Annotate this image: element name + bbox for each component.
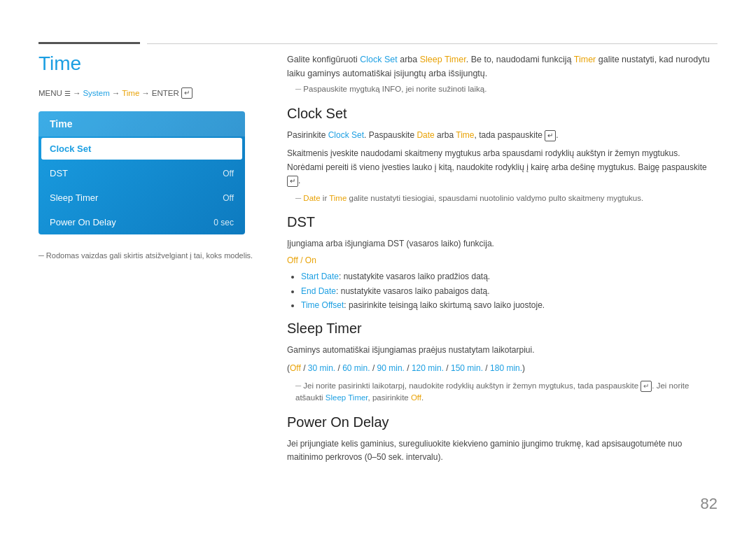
menu-item-power-on-delay-value: 0 sec xyxy=(214,218,234,227)
sleep-timer-title: Sleep Timer xyxy=(287,321,718,337)
top-bar-left xyxy=(38,42,140,44)
page-title: Time xyxy=(38,52,255,75)
menu-item-dst-label: DST xyxy=(50,168,68,178)
menu-item-dst[interactable]: DST Off xyxy=(38,161,245,185)
breadcrumb: MENU ☰ → System → Time → ENTER ↵ xyxy=(38,87,255,99)
breadcrumb-arrow3: → xyxy=(141,89,150,97)
breadcrumb-arrow1: → xyxy=(73,89,81,97)
intro-timer-link: Timer xyxy=(574,55,596,64)
sleep-timer-options: (Off / 30 min. / 60 min. / 90 min. / 120… xyxy=(287,362,718,376)
page-number: 82 xyxy=(701,495,718,513)
sleep-option-120: 120 min. xyxy=(412,363,444,373)
intro-clock-set-link: Clock Set xyxy=(360,55,398,64)
dst-toggle: Off / On xyxy=(287,255,718,265)
clock-set-body2: Skaitmenis įveskite naudodami skaitmeny … xyxy=(287,147,718,188)
sleep-option-150: 150 min. xyxy=(451,363,483,373)
menu-item-sleep-timer-value: Off xyxy=(223,193,234,203)
cs-enter-icon: ↵ xyxy=(545,130,556,141)
intro-text: Galite konfigūruoti Clock Set arba Sleep… xyxy=(287,52,718,80)
breadcrumb-enter: ENTER xyxy=(152,89,179,97)
menu-box: Time Clock Set DST Off Sleep Timer Off P… xyxy=(38,111,245,234)
menu-item-sleep-timer[interactable]: Sleep Timer Off xyxy=(38,185,245,210)
cs-date-link: Date xyxy=(303,194,320,202)
menu-item-clock-set[interactable]: Clock Set xyxy=(41,138,242,160)
sleep-enter-icon: ↵ xyxy=(640,381,652,392)
breadcrumb-menu-icon: ☰ xyxy=(64,90,71,97)
breadcrumb-time: Time xyxy=(122,89,139,97)
dst-bullet-1: Start Date: nustatykite vasaros laiko pr… xyxy=(301,269,718,283)
breadcrumb-arrow2: → xyxy=(112,89,120,97)
cs-enter-icon2: ↵ xyxy=(287,176,298,187)
menu-item-sleep-timer-label: Sleep Timer xyxy=(50,192,98,203)
top-bar-right xyxy=(147,43,718,44)
breadcrumb-enter-icon: ↵ xyxy=(181,87,192,99)
cs-link3: Time xyxy=(456,130,474,140)
menu-header: Time xyxy=(38,111,245,136)
dst-bullet-list: Start Date: nustatykite vasaros laiko pr… xyxy=(301,269,718,312)
dst-start-date: Start Date xyxy=(301,272,339,281)
left-footnote: ─ Rodomas vaizdas gali skirtis atsižvelg… xyxy=(38,250,255,262)
sleep-timer-link: Sleep Timer xyxy=(326,393,368,402)
sleep-timer-body1: Gaminys automatiškai išjungiamas praėjus… xyxy=(287,344,718,358)
sleep-option-180: 180 min. xyxy=(490,363,522,373)
dst-title: DST xyxy=(287,214,718,230)
menu-item-clock-set-label: Clock Set xyxy=(50,143,91,154)
power-on-delay-body1: Jei prijungiate kelis gaminius, sureguli… xyxy=(287,437,718,465)
cs-link2: Date xyxy=(416,130,434,140)
sleep-timer-note: Jei norite pasirinkti laikotarpį, naudok… xyxy=(287,380,718,405)
dst-bullet-3: Time Offset: pasirinkite teisingą laiko … xyxy=(301,298,718,312)
section-dst: DST Įjungiama arba išjungiama DST (vasar… xyxy=(287,214,718,312)
breadcrumb-system: System xyxy=(83,89,109,97)
clock-set-title: Clock Set xyxy=(287,106,718,122)
menu-item-dst-value: Off xyxy=(223,169,234,178)
right-panel: Galite konfigūruoti Clock Set arba Sleep… xyxy=(287,52,718,473)
dst-body1: Įjungiama arba išjungiama DST (vasaros l… xyxy=(287,237,718,251)
menu-item-power-on-delay[interactable]: Power On Delay 0 sec xyxy=(38,210,245,234)
sleep-option-60: 60 min. xyxy=(342,363,370,373)
clock-set-note: Date ir Time galite nustatyti tiesiogiai… xyxy=(287,192,718,204)
sleep-option-30: 30 min. xyxy=(308,363,335,373)
power-on-delay-title: Power On Delay xyxy=(287,414,718,430)
dst-time-offset: Time Offset xyxy=(301,300,344,310)
sleep-option-off: Off xyxy=(290,363,301,373)
cs-link1: Clock Set xyxy=(328,130,364,140)
section-sleep-timer: Sleep Timer Gaminys automatiškai išjungi… xyxy=(287,321,718,404)
breadcrumb-menu: MENU xyxy=(38,89,62,97)
left-panel: Time MENU ☰ → System → Time → ENTER ↵ Ti… xyxy=(38,52,255,262)
sleep-off-link: Off xyxy=(411,393,421,402)
intro-note: Paspauskite mygtuką INFO, jei norite suž… xyxy=(287,85,718,93)
clock-set-body1: Pasirinkite Clock Set. Paspauskite Date … xyxy=(287,129,718,143)
sleep-option-90: 90 min. xyxy=(377,363,405,373)
section-power-on-delay: Power On Delay Jei prijungiate kelis gam… xyxy=(287,414,718,465)
menu-item-power-on-delay-label: Power On Delay xyxy=(50,217,116,227)
section-clock-set: Clock Set Pasirinkite Clock Set. Paspaus… xyxy=(287,106,718,204)
dst-bullet-2: End Date: nustatykite vasaros laiko paba… xyxy=(301,284,718,298)
dst-end-date: End Date xyxy=(301,286,336,296)
intro-sleep-timer-link: Sleep Timer xyxy=(420,55,466,64)
cs-time-link: Time xyxy=(329,194,346,202)
